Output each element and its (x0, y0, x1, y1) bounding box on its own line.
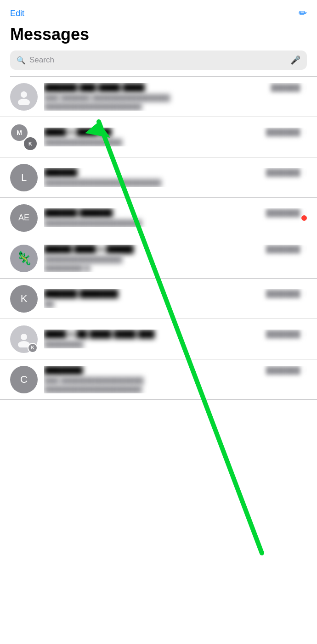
message-content: ██████ ██████ ███████ › ████████████████… (44, 208, 307, 227)
notification-dot (301, 215, 307, 221)
message-preview: ███ █████████████████ (44, 377, 307, 385)
avatar: AE (10, 204, 38, 232)
message-time: ███████ › (266, 330, 307, 338)
message-preview-2: ████████████████████ (44, 386, 307, 393)
message-item[interactable]: 🦎 █████ ████ & █████ ███████ › █████████… (0, 238, 317, 279)
contact-name: ██████ ███████ (44, 289, 262, 298)
message-preview: ████████████████████████ (44, 179, 307, 187)
compose-button[interactable]: ✏︎ (299, 7, 307, 19)
message-item[interactable]: C ███████ ███████ › ███ ████████████████… (0, 359, 317, 400)
contact-name: ██████ (44, 168, 262, 177)
message-item[interactable]: K ████ & ██ ████ ████ ███ ███████ › ████… (0, 319, 317, 359)
message-content: ███████ ███████ › ███ █████████████████ … (44, 366, 307, 393)
avatar: L (10, 164, 38, 191)
contact-name: ██████ ██████ (44, 208, 262, 218)
microphone-icon[interactable]: 🎤 (290, 55, 300, 65)
message-preview: ██ (44, 300, 307, 308)
avatar-initial-primary: M (10, 123, 28, 142)
message-preview-2: ████████ █ (44, 264, 307, 272)
search-placeholder: Search (29, 56, 287, 65)
avatar: 🦎 (10, 245, 38, 272)
message-time: ███████ › (266, 290, 307, 297)
search-bar-container: 🔍 Search 🎤 (0, 50, 317, 76)
message-preview: ███ ██████ ████████████████ (44, 94, 307, 102)
message-item[interactable]: ██████ ███ ████ ████ ██████ › ███ ██████… (0, 77, 317, 117)
avatar (10, 83, 38, 111)
contact-name: █████ ████ & █████ (44, 245, 262, 254)
message-item[interactable]: L ██████ ███████ › █████████████████████… (0, 157, 317, 198)
page-title: Messages (0, 23, 317, 50)
edit-button[interactable]: Edit (10, 9, 24, 18)
avatar: C (10, 366, 38, 393)
avatar: M K (10, 123, 38, 151)
svg-point-0 (21, 91, 27, 98)
message-time: ██████ › (271, 84, 307, 91)
search-bar[interactable]: 🔍 Search 🎤 (10, 50, 307, 70)
message-content: ████ & ██ ████ ████ ███ ███████ › ██████… (44, 330, 307, 348)
avatar-badge: K (28, 343, 38, 353)
message-preview: ████████ (44, 341, 307, 348)
message-preview-2: ████████████████████ (44, 103, 307, 111)
message-preview: ████████████████ (44, 256, 307, 263)
message-content: █████ ████ & █████ ███████ › ███████████… (44, 245, 307, 272)
message-content: ██████ ███████ › ███████████████████████… (44, 168, 307, 187)
contact-name: ████ & ██ ████ ████ ███ (44, 330, 262, 339)
svg-point-2 (21, 334, 27, 340)
message-item[interactable]: AE ██████ ██████ ███████ › █████████████… (0, 198, 317, 238)
message-content: ████ & ████ ██ ███████ › ███████████████… (44, 128, 307, 146)
message-time: ███████ › (266, 245, 307, 253)
svg-point-1 (18, 99, 30, 105)
message-item[interactable]: K ██████ ███████ ███████ › ██ (0, 279, 317, 319)
message-time: ███████ › (266, 366, 307, 374)
message-time: ███████ › (266, 209, 307, 217)
message-content: ██████ ███ ████ ████ ██████ › ███ ██████… (44, 83, 307, 111)
message-item[interactable]: M K ████ & ████ ██ ███████ › ███████████… (0, 117, 317, 157)
header: Edit ✏︎ (0, 0, 317, 23)
search-icon: 🔍 (17, 56, 26, 65)
message-preview: ████████████████████ (44, 219, 307, 227)
contact-name: ████ & ████ ██ (44, 128, 262, 137)
avatar: K (10, 325, 38, 353)
message-time: ███████ › (266, 128, 307, 136)
contact-name: ██████ ███ ████ ████ (44, 83, 267, 92)
message-preview: ████████████████ (44, 139, 307, 146)
avatar: K (10, 285, 38, 313)
message-content: ██████ ███████ ███████ › ██ (44, 289, 307, 308)
message-list: ██████ ███ ████ ████ ██████ › ███ ██████… (0, 77, 317, 400)
contact-name: ███████ (44, 366, 262, 375)
message-time: ███████ › (266, 168, 307, 176)
